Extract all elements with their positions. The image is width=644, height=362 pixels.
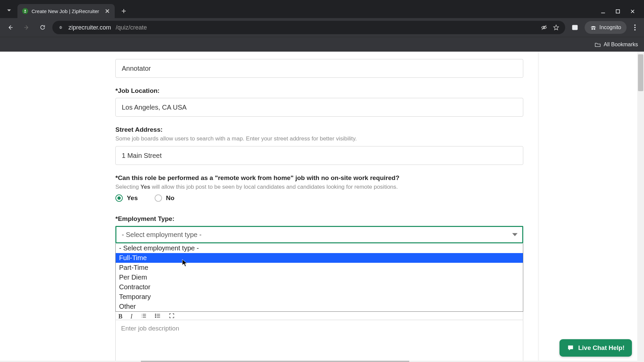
close-window-button[interactable] [630,9,635,14]
employment-option-perdiem[interactable]: Per Diem [116,273,523,282]
side-panel-button[interactable] [569,21,581,34]
close-tab-button[interactable] [105,8,110,14]
forward-button[interactable] [20,21,33,34]
reload-button[interactable] [36,21,49,34]
job-form: Annotator *Job Location: Los Angeles, CA… [115,52,523,362]
svg-point-11 [155,317,156,317]
fullscreen-button[interactable] [169,313,175,320]
employment-type-dropdown: - Select employment type - Full-Time Par… [115,243,523,312]
back-button[interactable] [4,21,17,34]
new-tab-button[interactable] [118,5,129,17]
remote-yes-label: Yes [127,194,138,202]
job-description-placeholder: Enter job description [121,325,179,332]
maximize-button[interactable] [615,9,621,14]
svg-rect-1 [616,10,620,13]
chevron-down-icon [512,233,518,236]
tab-title: Create New Job | ZipRecruiter [32,8,101,14]
svg-point-8 [634,29,636,31]
eye-off-icon[interactable] [540,24,548,31]
job-location-label: *Job Location: [115,87,523,95]
employment-option-parttime[interactable]: Part-Time [116,263,523,273]
employment-type-label: *Employment Type: [115,215,523,223]
remote-no-radio[interactable]: No [155,194,174,202]
street-address-hint: Some job boards allow users to search wi… [115,135,523,142]
svg-point-5 [594,28,595,30]
job-description-input[interactable]: Enter job description [115,320,523,362]
site-settings-icon[interactable] [58,24,64,31]
employment-option-temporary[interactable]: Temporary [116,292,523,302]
incognito-indicator[interactable]: Incognito [585,21,627,34]
ordered-list-button[interactable] [141,313,147,320]
bookmarks-bar: All Bookmarks [0,37,644,52]
remote-question-label: *Can this role be performed as a "remote… [115,174,523,182]
svg-point-7 [634,27,636,28]
job-title-input[interactable]: Annotator [115,59,523,78]
window-controls [600,9,641,18]
remote-yes-radio[interactable]: Yes [115,194,138,202]
job-location-value: Los Angeles, CA USA [122,104,186,111]
bookmark-star-icon[interactable] [552,24,560,31]
remote-radio-group: Yes No [115,194,523,202]
street-address-label: Street Address: [115,126,523,133]
browser-tab[interactable]: Create New Job | ZipRecruiter [17,4,115,18]
employment-type-select[interactable]: - Select employment type - [115,226,523,243]
svg-point-0 [24,10,26,11]
svg-rect-3 [573,25,578,29]
tabs-menu-button[interactable] [3,5,15,16]
scrollbar-thumb[interactable] [638,54,643,91]
vertical-scrollbar[interactable] [637,52,644,362]
url-domain: ziprecruiter.com [68,24,111,31]
employment-option-placeholder[interactable]: - Select employment type - [116,243,523,253]
svg-point-10 [155,315,156,316]
minimize-button[interactable] [600,9,606,14]
tab-strip: Create New Job | ZipRecruiter [0,0,644,18]
browser-toolbar: ziprecruiter.com/quiz/create Incognito [0,18,644,37]
description-toolbar: B I [115,312,523,320]
bold-button[interactable]: B [118,313,122,320]
all-bookmarks-button[interactable]: All Bookmarks [594,41,638,48]
radio-unchecked-icon [155,194,162,202]
italic-button[interactable]: I [130,313,132,320]
employment-option-other[interactable]: Other [116,302,523,311]
card-shadow [538,52,539,362]
employment-type-selected: - Select employment type - [122,231,202,239]
all-bookmarks-label: All Bookmarks [604,42,638,48]
svg-point-4 [591,28,593,30]
horizontal-scrollbar[interactable] [0,361,637,362]
job-location-input[interactable]: Los Angeles, CA USA [115,98,523,117]
job-title-value: Annotator [122,65,151,72]
remote-no-label: No [166,194,174,202]
address-bar[interactable]: ziprecruiter.com/quiz/create [52,21,565,34]
employment-option-contractor[interactable]: Contractor [116,282,523,292]
svg-point-9 [155,314,156,314]
incognito-label: Incognito [599,24,621,31]
live-chat-label: Live Chat Help! [578,344,625,352]
url-path: /quiz/create [116,24,147,31]
employment-option-fulltime[interactable]: Full-Time [116,253,523,263]
street-address-value: 1 Main Street [122,152,162,160]
unordered-list-button[interactable] [155,313,161,320]
street-address-input[interactable]: 1 Main Street [115,146,523,165]
chrome-menu-button[interactable] [630,21,640,34]
radio-checked-icon [115,194,123,202]
live-chat-button[interactable]: Live Chat Help! [559,339,632,357]
browser-window: Create New Job | ZipRecruiter [0,0,644,362]
svg-point-6 [634,24,636,26]
page-viewport: Annotator *Job Location: Los Angeles, CA… [0,52,644,362]
remote-question-hint: Selecting Yes will allow this job post t… [115,184,523,190]
ziprecruiter-favicon-icon [22,8,28,14]
